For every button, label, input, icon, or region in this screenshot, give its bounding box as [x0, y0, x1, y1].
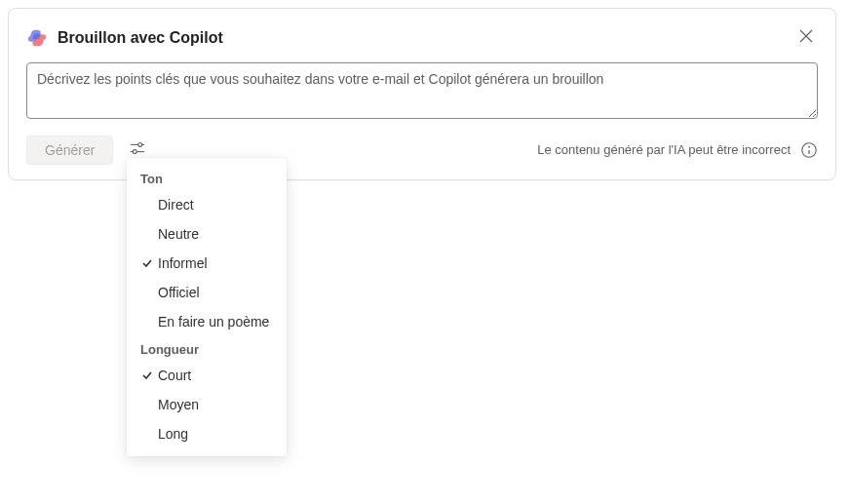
card-header: Brouillon avec Copilot [26, 24, 818, 51]
svg-point-3 [134, 150, 137, 154]
copilot-draft-card: Brouillon avec Copilot Générer [8, 8, 836, 180]
close-button[interactable] [794, 24, 818, 51]
generate-button[interactable]: Générer [26, 136, 113, 165]
copilot-icon [26, 27, 48, 49]
disclaimer-group: Le contenu généré par l'IA peut être inc… [537, 141, 818, 159]
svg-point-6 [808, 145, 810, 147]
sliders-icon [129, 139, 146, 160]
title-group: Brouillon avec Copilot [26, 27, 223, 49]
disclaimer-text: Le contenu généré par l'IA peut être inc… [537, 142, 791, 157]
info-icon[interactable] [800, 141, 818, 159]
close-icon [798, 28, 814, 47]
tone-length-dropdown: Ton DirectNeutreInformelOfficielEn faire… [127, 158, 287, 188]
card-title: Brouillon avec Copilot [58, 29, 223, 47]
prompt-textarea[interactable] [26, 62, 818, 119]
tone-section-label: Ton [127, 166, 287, 188]
svg-point-1 [138, 142, 142, 146]
